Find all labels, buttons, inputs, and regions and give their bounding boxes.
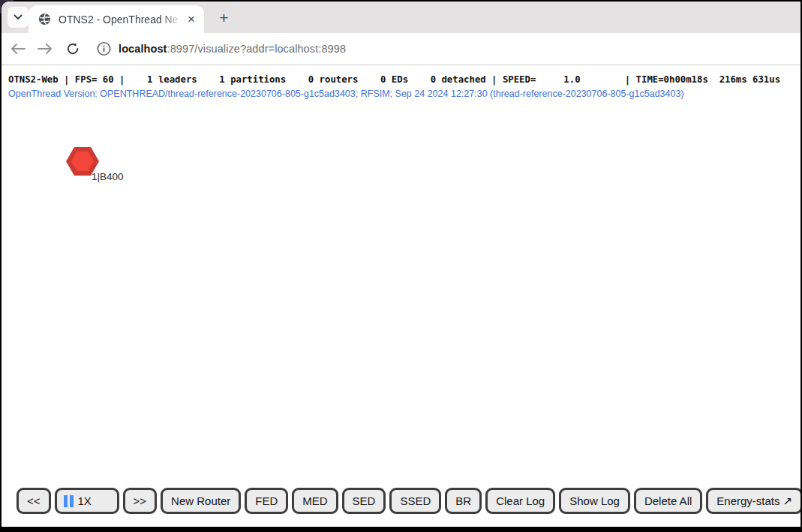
show-log-button[interactable]: Show Log	[559, 488, 630, 514]
openthread-version-line: OpenThread Version: OPENTHREAD/thread-re…	[8, 89, 684, 99]
pause-icon	[64, 495, 74, 507]
pause-speed-button[interactable]: 1X	[55, 488, 119, 514]
new-router-button[interactable]: New Router	[161, 488, 241, 514]
back-icon[interactable]	[11, 44, 26, 54]
tab-strip: OTNS2 - OpenThread Ne × +	[2, 2, 800, 33]
speed-value: 1X	[78, 494, 92, 507]
new-br-button[interactable]: BR	[445, 488, 482, 514]
tab-close-icon[interactable]: ×	[185, 13, 198, 26]
node-1-label: 1|B400	[92, 171, 124, 182]
url-field[interactable]: localhost:8997/visualize?addr=localhost:…	[119, 43, 346, 55]
new-ssed-button[interactable]: SSED	[389, 488, 441, 514]
tab-search-button[interactable]	[8, 7, 29, 28]
action-bar: << 1X >> New Router FED MED SED SSED	[17, 488, 800, 514]
new-fed-button[interactable]: FED	[245, 488, 288, 514]
site-info-icon[interactable]	[97, 42, 111, 56]
address-bar: localhost:8997/visualize?addr=localhost:…	[2, 33, 800, 65]
simulation-status-line: OTNS2-Web | FPS= 60 | 1 leaders 1 partit…	[8, 74, 780, 85]
clear-log-button[interactable]: Clear Log	[485, 488, 555, 514]
url-host: localhost	[119, 43, 167, 55]
tab-otns2[interactable]: OTNS2 - OpenThread Ne ×	[29, 5, 204, 33]
new-sed-button[interactable]: SED	[342, 488, 386, 514]
speed-up-button[interactable]: >>	[123, 488, 158, 514]
chevron-down-icon	[14, 14, 23, 20]
tab-title: OTNS2 - OpenThread Ne	[59, 14, 185, 26]
otns-canvas: OTNS2-Web | FPS= 60 | 1 leaders 1 partit…	[2, 65, 800, 526]
globe-favicon-icon	[38, 13, 51, 26]
browser-window: OTNS2 - OpenThread Ne × + localhost:8997…	[2, 2, 800, 527]
new-med-button[interactable]: MED	[292, 488, 338, 514]
energy-stats-button[interactable]: Energy-stats ↗	[706, 488, 800, 514]
new-tab-button[interactable]: +	[213, 7, 235, 29]
reload-icon[interactable]	[66, 42, 80, 56]
forward-icon[interactable]	[38, 44, 53, 54]
delete-all-button[interactable]: Delete All	[634, 488, 702, 514]
url-path: :8997/visualize?addr=localhost:8998	[167, 43, 347, 55]
speed-down-button[interactable]: <<	[17, 488, 51, 514]
